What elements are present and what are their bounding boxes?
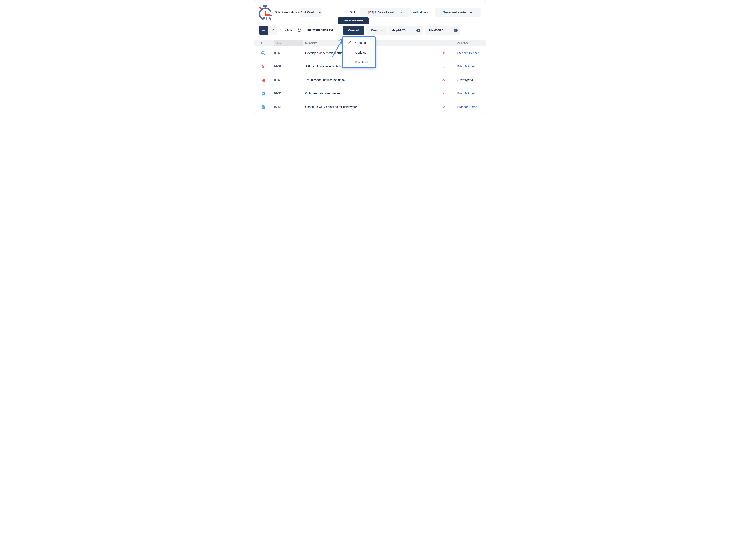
work-item-summary[interactable]: Develop a dark mode feature xyxy=(305,52,343,55)
date-to-chip[interactable]: May/30/25 ✕ xyxy=(425,26,460,35)
chart-trend-icon xyxy=(271,28,275,32)
work-item-priority-cell xyxy=(442,78,445,82)
column-header-key[interactable]: Key↓ xyxy=(277,41,283,45)
column-header-type[interactable]: T xyxy=(261,41,262,44)
work-item-priority-cell xyxy=(442,65,445,68)
with-status-label: with status: xyxy=(413,10,429,14)
grid-icon xyxy=(261,28,265,32)
svg-text:SLA: SLA xyxy=(263,16,271,21)
column-header-priority[interactable]: P xyxy=(442,41,443,44)
work-item-assignee[interactable]: Brandon Perez xyxy=(457,105,477,109)
work-item-assignee[interactable]: Brian Mitchell xyxy=(457,65,475,68)
pagination-range: 1-10 xyxy=(280,28,286,31)
work-item-assignee[interactable]: Brian Mitchell xyxy=(457,92,475,95)
pagination-total: 51 xyxy=(290,28,294,31)
chevron-down-icon xyxy=(318,12,321,13)
bug-icon xyxy=(261,78,265,82)
sla-stopwatch-logo: SLA xyxy=(258,5,274,21)
date-type-dropdown-menu: CreatedUpdatedResolved xyxy=(342,36,376,68)
date-type-created-button[interactable]: Created xyxy=(343,26,364,35)
priority-high-icon xyxy=(442,92,445,95)
menu-item-updated[interactable]: Updated xyxy=(343,48,375,58)
date-to-value: May/30/25 xyxy=(429,29,443,32)
tooltip-text: Type of date range xyxy=(343,19,364,22)
table-row[interactable]: D2-54Configure CI/CD pipeline for deploy… xyxy=(254,100,486,114)
task-checkbox-outline-icon xyxy=(261,51,265,55)
date-range-tooltip: Type of date range xyxy=(338,17,369,24)
priority-high-icon xyxy=(442,78,445,82)
work-item-key[interactable]: D2-56 xyxy=(274,78,281,82)
clear-date-to-button[interactable]: ✕ xyxy=(454,28,458,32)
select-by-dropdown[interactable]: SLA Config xyxy=(300,8,322,17)
pagination-count: 1-10 of 51 xyxy=(280,28,294,32)
sort-descending-icon: ↓ xyxy=(282,41,283,44)
priority-highest-icon xyxy=(442,52,445,55)
status-dropdown-value: Timer not started xyxy=(443,11,468,14)
work-item-priority-cell xyxy=(442,105,445,109)
work-item-key[interactable]: D2-58 xyxy=(274,52,281,55)
work-item-summary[interactable]: Optimize database queries xyxy=(305,92,341,95)
chevron-down-icon xyxy=(400,12,403,13)
sla-label: SLA: xyxy=(350,10,356,14)
work-item-priority-cell xyxy=(442,92,445,95)
chart-view-button[interactable] xyxy=(268,26,277,35)
chevron-down-icon xyxy=(470,12,472,13)
clear-date-from-button[interactable]: ✕ xyxy=(417,28,420,32)
date-type-custom-button[interactable]: Custom xyxy=(366,26,387,35)
priority-highest-icon xyxy=(442,105,445,109)
menu-item-label: Updated xyxy=(355,51,367,54)
select-work-items-label: Select work items by: xyxy=(275,10,303,14)
table-row[interactable]: D2-56Troubleshoot notification delayUnas… xyxy=(254,73,486,87)
work-item-type-cell xyxy=(261,105,265,109)
menu-item-created[interactable]: Created xyxy=(343,38,375,48)
work-item-summary[interactable]: Troubleshoot notification delay xyxy=(305,78,345,82)
refresh-button[interactable] xyxy=(297,28,301,32)
column-header-summary[interactable]: Summary xyxy=(305,41,316,44)
sla-dropdown-value: [D2] !_Dev - Resolu... xyxy=(368,11,398,14)
menu-item-resolved[interactable]: Resolved xyxy=(343,58,375,67)
work-item-type-cell xyxy=(261,92,265,96)
table-row[interactable]: D2-55Optimize database queriesBrian Mitc… xyxy=(254,87,486,100)
task-checkbox-solid-icon xyxy=(261,105,265,109)
work-item-key[interactable]: D2-55 xyxy=(274,92,281,95)
work-item-assignee: Unassigned xyxy=(457,78,473,82)
status-dropdown[interactable]: Timer not started xyxy=(435,8,481,17)
refresh-icon xyxy=(297,28,301,32)
bug-icon xyxy=(261,65,265,69)
header-divider xyxy=(254,22,486,22)
work-item-type-cell xyxy=(261,65,265,69)
date-from-value: May/01/25 xyxy=(391,29,405,32)
menu-item-label: Resolved xyxy=(355,61,368,64)
task-checkbox-solid-icon xyxy=(261,92,265,96)
select-by-dropdown-value: SLA Config xyxy=(300,11,316,14)
sla-dropdown[interactable]: [D2] !_Dev - Resolu... xyxy=(360,8,411,17)
column-header-assignee[interactable]: Assignee xyxy=(457,41,469,44)
table-view-button[interactable] xyxy=(259,26,268,35)
work-item-summary[interactable]: Configure CI/CD pipeline for deployment xyxy=(305,105,358,109)
date-from-chip[interactable]: May/01/25 ✕ xyxy=(388,26,423,35)
menu-item-label: Created xyxy=(355,41,366,44)
filter-work-items-label: Filter work items by: xyxy=(306,28,333,31)
work-item-key[interactable]: D2-57 xyxy=(274,65,281,68)
work-item-summary[interactable]: SSL certificate renewal failure xyxy=(305,65,344,68)
work-item-priority-cell xyxy=(442,52,445,55)
work-item-assignee[interactable]: Stephen Bennett xyxy=(457,52,479,55)
check-icon xyxy=(347,41,351,44)
sla-app-window: SLA Select work items by: SLA Config SLA… xyxy=(254,0,486,114)
pagination-of: of xyxy=(287,28,290,31)
work-item-type-cell xyxy=(261,51,265,55)
work-item-type-cell xyxy=(261,78,265,82)
work-item-key[interactable]: D2-54 xyxy=(274,105,281,108)
priority-medium-icon xyxy=(442,65,445,68)
